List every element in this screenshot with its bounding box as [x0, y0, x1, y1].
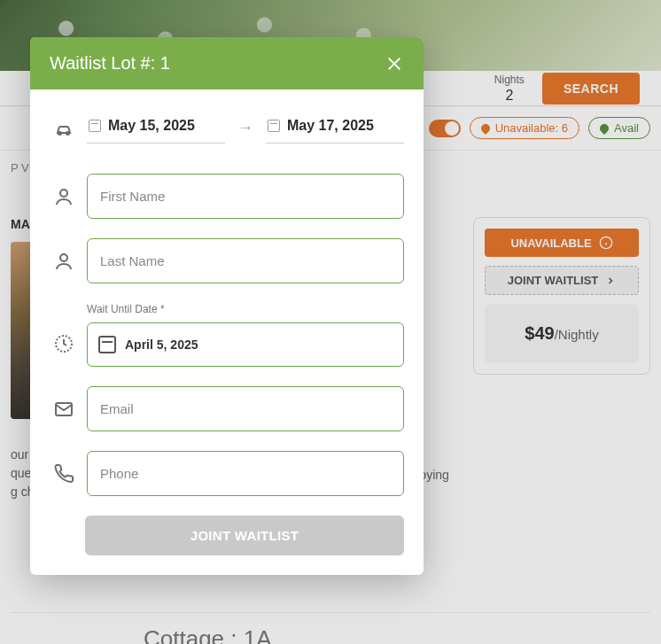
- arrow-right-icon: →: [237, 119, 253, 137]
- close-icon[interactable]: [385, 54, 404, 74]
- svg-point-5: [60, 190, 67, 197]
- calendar-icon: [268, 120, 280, 132]
- calendar-icon: [89, 120, 101, 132]
- start-date-value: May 15, 2025: [108, 118, 195, 134]
- last-name-field[interactable]: [87, 238, 404, 283]
- start-date-field[interactable]: May 15, 2025: [87, 113, 225, 144]
- wait-until-field[interactable]: April 5, 2025: [87, 322, 404, 367]
- last-name-input[interactable]: [100, 253, 391, 268]
- person-icon: [53, 251, 74, 272]
- phone-field[interactable]: [87, 451, 404, 496]
- calendar-icon: [98, 336, 116, 353]
- waitlist-modal: Waitlist Lot #: 1 May 15, 2025 → May 17,…: [30, 37, 424, 575]
- wait-until-block: Wait Until Date * April 5, 2025: [50, 303, 404, 367]
- email-row: [50, 386, 404, 431]
- last-name-row: [50, 238, 404, 283]
- end-date-field[interactable]: May 17, 2025: [266, 113, 404, 144]
- mail-icon: [53, 399, 74, 420]
- first-name-field[interactable]: [87, 174, 404, 219]
- svg-point-6: [60, 254, 67, 261]
- date-range-row: May 15, 2025 → May 17, 2025: [50, 113, 404, 144]
- phone-icon: [53, 463, 74, 485]
- car-icon: [53, 118, 74, 139]
- email-input[interactable]: [100, 401, 391, 416]
- modal-backdrop[interactable]: Waitlist Lot #: 1 May 15, 2025 → May 17,…: [0, 0, 661, 644]
- phone-row: [50, 451, 404, 496]
- first-name-input[interactable]: [100, 189, 391, 204]
- end-date-value: May 17, 2025: [287, 118, 374, 134]
- modal-title: Waitlist Lot #: 1: [50, 53, 170, 74]
- modal-header: Waitlist Lot #: 1: [30, 37, 424, 89]
- wait-until-label: Wait Until Date *: [87, 303, 404, 315]
- first-name-row: [50, 174, 404, 219]
- wait-until-value: April 5, 2025: [125, 338, 198, 352]
- email-field[interactable]: [87, 386, 404, 431]
- history-icon: [53, 333, 74, 354]
- phone-input[interactable]: [100, 466, 391, 481]
- person-icon: [53, 186, 74, 207]
- submit-waitlist-button[interactable]: JOINT WAITLIST: [85, 516, 404, 555]
